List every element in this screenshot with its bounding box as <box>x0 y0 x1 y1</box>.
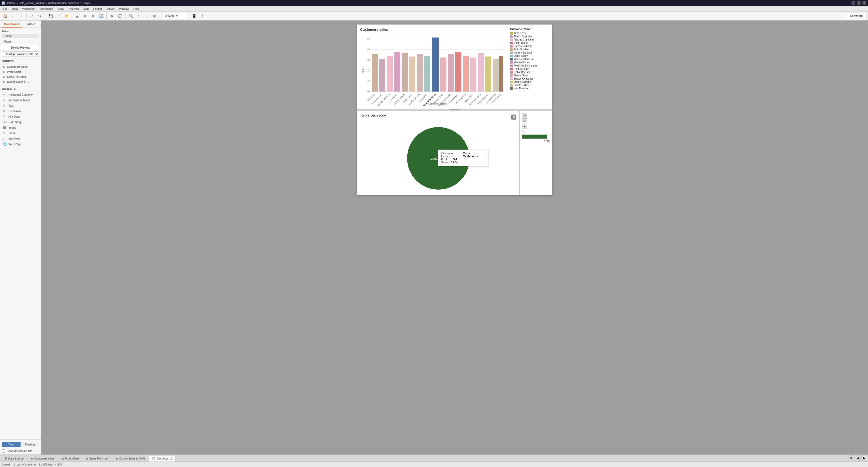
legend-item-7[interactable]: Lorne Boldry <box>510 54 549 58</box>
object-vertical-container[interactable]: ▯ Vertical Container <box>2 97 39 103</box>
legend-item-12[interactable]: Richie Brydson <box>510 70 549 74</box>
bar-sterne[interactable] <box>485 57 491 92</box>
highlight-btn[interactable]: A <box>108 13 116 19</box>
bar-faith[interactable] <box>409 57 415 92</box>
menu-format[interactable]: Format <box>91 7 104 11</box>
open-button[interactable]: 📂 <box>63 13 70 19</box>
tab-profit-chart[interactable]: ⊞ Profit Chart <box>58 455 82 462</box>
menu-worksheet[interactable]: Worksheet <box>20 7 37 11</box>
bar-susette[interactable] <box>493 59 499 92</box>
bar-chart-svg[interactable]: Sales Customer Name 5K 4K 3K 2K 1K 0K <box>360 33 505 106</box>
sheet-item-customers-sales[interactable]: ⊞ Customers sales <box>2 64 39 69</box>
legend-item-2[interactable]: Ariadne Copeland <box>510 38 549 41</box>
legend-item-13[interactable]: Sheela Stein <box>510 74 549 77</box>
legend-item-4[interactable]: Doreen Sothcott <box>510 45 549 48</box>
menu-help[interactable]: Help <box>131 7 141 11</box>
minimize-button[interactable]: ─ <box>851 1 855 5</box>
legend-item-16[interactable]: Susette O'Neil <box>510 84 549 87</box>
fit-width-dropdown[interactable]: Fit Width ▼ <box>162 13 187 19</box>
share-btn[interactable]: ⤴ <box>199 13 206 19</box>
sheet-item-cusine[interactable]: ⊞ Cusine Sales & ... <box>2 79 39 84</box>
bar-sheela[interactable] <box>470 58 476 92</box>
menu-file[interactable]: File <box>1 7 9 11</box>
tooltip-btn[interactable]: 💬 <box>117 13 123 19</box>
device-preview-button[interactable]: Device Preview <box>2 45 39 50</box>
tab-sales-pie-chart[interactable]: ⊞ Sales Pie Chart <box>83 455 112 462</box>
sidebar-collapse-button[interactable]: ◀ <box>39 22 41 27</box>
menu-analysis[interactable]: Analysis <box>67 7 81 11</box>
redo-button[interactable]: ↪ <box>36 13 43 19</box>
object-ask-data[interactable]: ? Ask Data <box>2 114 39 119</box>
bar-petronille[interactable] <box>448 54 454 92</box>
pie-close-button[interactable]: ✕ <box>512 115 516 120</box>
sheet-item-profit-chart[interactable]: ⊞ Profit Chart <box>2 69 39 74</box>
object-web-page[interactable]: 🌐 Web Page <box>2 141 39 147</box>
legend-item-0[interactable]: Aime Ferry <box>510 31 549 35</box>
filter-btn[interactable]: 🔍 <box>127 13 134 19</box>
object-workflow[interactable]: ⇄ Workflow <box>2 136 39 141</box>
object-image[interactable]: 🖼 Image <box>2 125 39 130</box>
size-dropdown[interactable]: Desktop Browser (1000 x 8... <box>2 51 39 57</box>
legend-item-10[interactable]: Petronille Scrimgeour <box>510 64 549 67</box>
menu-data[interactable]: Data <box>10 7 20 11</box>
bar-lorne[interactable] <box>424 56 430 92</box>
tab-dashboard-1[interactable]: 📋 Dashboard 1 <box>149 455 176 462</box>
refresh-button[interactable]: 🔄 <box>98 13 105 19</box>
bar-sherye[interactable] <box>478 53 484 92</box>
duplicate-button[interactable]: ⧉ <box>82 13 89 19</box>
bar-karissa[interactable] <box>417 54 423 92</box>
tab-next-button[interactable]: ▶ <box>862 456 867 461</box>
pause-button[interactable]: ⏸ <box>90 13 97 19</box>
close-button[interactable]: ✕ <box>863 1 866 5</box>
menu-map[interactable]: Map <box>82 7 91 11</box>
object-horizontal-container[interactable]: ▭ Horizontal Container <box>2 92 39 97</box>
menu-server[interactable]: Server <box>104 7 117 11</box>
print-button[interactable]: 🖨 <box>74 13 81 19</box>
device-btn[interactable]: 📱 <box>191 13 198 19</box>
show-dashboard-title-checkbox[interactable] <box>2 449 5 453</box>
group-btn[interactable]: ⊞ <box>151 13 158 19</box>
object-text[interactable]: A Text <box>2 103 39 108</box>
tab-prev-button[interactable]: ◀ <box>855 456 861 461</box>
menu-dashboard[interactable]: Dashboard <box>38 7 55 11</box>
home-button[interactable]: 🏠 <box>1 13 8 19</box>
bar-doreen[interactable] <box>402 53 408 92</box>
legend-item-17[interactable]: Vale Norwood <box>510 87 549 90</box>
bar-renato[interactable] <box>455 52 461 92</box>
bar-mady[interactable] <box>432 37 439 92</box>
edit-side-btn[interactable]: ✏ <box>522 113 527 118</box>
bar-aime-ferry[interactable] <box>372 54 378 92</box>
pie-chart-svg[interactable]: Mady McMennum <box>396 122 481 192</box>
size-option-phone[interactable]: Phone <box>2 39 39 44</box>
new-button[interactable]: 📄 <box>55 13 62 19</box>
bar-donni[interactable] <box>394 52 400 92</box>
object-extension[interactable]: ⧉ Extension <box>2 108 39 114</box>
save-button[interactable]: 💾 <box>47 13 54 19</box>
more-side-btn[interactable]: ▼ <box>522 124 527 129</box>
show-me-button[interactable]: Show Me <box>846 13 867 19</box>
menu-story[interactable]: Story <box>56 7 66 11</box>
tab-customers-sales[interactable]: ⊞ Customers sales <box>27 455 58 462</box>
legend-item-3[interactable]: Donni Tatem <box>510 41 549 45</box>
floating-button[interactable]: Floating <box>21 442 39 447</box>
back-button[interactable]: ← <box>9 13 17 19</box>
tiled-button[interactable]: Tiled <box>2 442 21 447</box>
bar-merwin[interactable] <box>440 58 446 92</box>
size-option-default[interactable]: Default <box>2 34 39 38</box>
object-blank[interactable]: □ Blank <box>2 130 39 136</box>
bar-aldrich[interactable] <box>379 59 385 92</box>
tab-dashboard[interactable]: Dashboard <box>1 22 22 28</box>
sheet-item-sales-pie[interactable]: ⊞ Sales Pie Chart <box>2 74 39 79</box>
bar-richie[interactable] <box>463 56 469 92</box>
legend-item-15[interactable]: Sterne Salterne <box>510 80 549 84</box>
undo-button[interactable]: ↩ <box>28 13 35 19</box>
bar-vale[interactable] <box>499 56 503 92</box>
object-data-story[interactable]: 📖 Data Story <box>2 119 39 125</box>
sort-desc-btn[interactable]: ↓ <box>143 13 150 19</box>
pie-chart-area[interactable]: Mady McMennum Customer Name: Mady McMenn… <box>361 122 516 192</box>
chart-resize-handle[interactable] <box>357 109 552 111</box>
tab-cusine-sales[interactable]: ⊞ Cusine Sales & Profit <box>112 455 148 462</box>
legend-item-6[interactable]: Karissa Sancraft <box>510 51 549 54</box>
tab-add-button[interactable]: ⊞ <box>848 456 854 461</box>
tab-layout[interactable]: Layout <box>23 22 38 28</box>
